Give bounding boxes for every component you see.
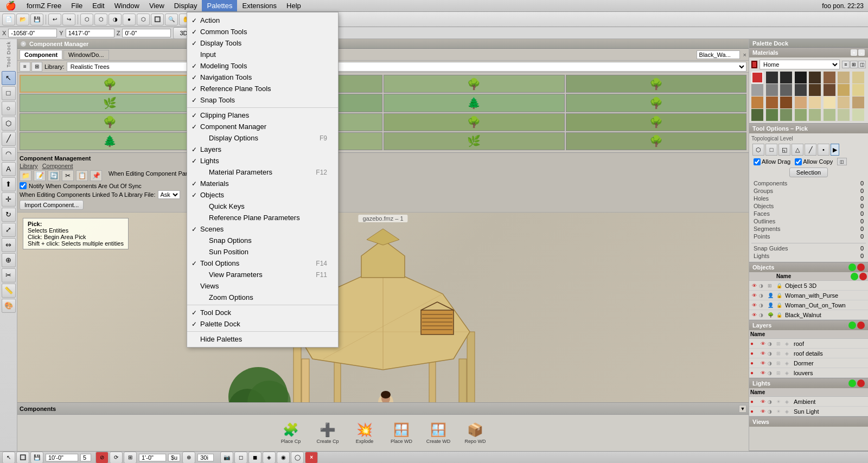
layer2-render[interactable]: ◑ xyxy=(768,351,775,356)
menu-item-navigation-tools[interactable]: ✓ Navigation Tools xyxy=(187,72,338,83)
menu-item-input[interactable]: Input xyxy=(187,49,338,60)
menubar-item-help[interactable]: Help xyxy=(282,0,306,11)
status-3d-btn[interactable]: 🔲 xyxy=(16,452,29,464)
tool-paint[interactable]: 🎨 xyxy=(2,299,16,313)
mat-view2-btn[interactable]: ⊞ xyxy=(850,61,858,68)
layer4-render[interactable]: ◑ xyxy=(768,370,775,376)
tab-windowdoor[interactable]: Window/Do... xyxy=(63,50,108,60)
menu-item-views[interactable]: Views xyxy=(187,280,338,292)
menubar-item-extensions[interactable]: Extensions xyxy=(237,0,282,11)
layer1-lock[interactable]: ⊞ xyxy=(776,341,784,346)
layer4-vis[interactable]: 👁 xyxy=(759,369,767,377)
tool-boolean[interactable]: ⊕ xyxy=(2,253,16,267)
status-r1-btn[interactable]: ◻ xyxy=(234,452,247,464)
layer1-render[interactable]: ◑ xyxy=(768,341,775,346)
light-row-1[interactable]: ● 👁 ◑ ☀ ◈ Ambient xyxy=(749,397,868,407)
menu-item-snap-tools[interactable]: ✓ Snap Tools xyxy=(187,94,338,106)
mat-swatch-27[interactable] xyxy=(780,109,792,121)
tool-circle[interactable]: ○ xyxy=(2,101,16,115)
topo-btn-2[interactable]: □ xyxy=(765,144,777,156)
comp-mgmt-btn6[interactable]: 📌 xyxy=(90,170,102,181)
obj2-vis[interactable]: 👁 xyxy=(750,292,758,299)
mat-swatch-15[interactable] xyxy=(838,84,850,96)
menu-item-clipping[interactable]: ✓ Clipping Planes xyxy=(187,110,338,121)
tree-thumb-1[interactable]: 🌳 xyxy=(20,75,201,93)
tb-persp-btn[interactable]: 🔲 xyxy=(151,14,164,25)
mat-view3-btn[interactable]: ◫ xyxy=(858,61,866,68)
mat-swatch-8[interactable] xyxy=(852,72,864,83)
menubar-item-formz[interactable]: formZ Free xyxy=(22,0,66,11)
menu-item-quick-keys[interactable]: Quick Keys xyxy=(187,201,338,212)
mat-plus-btn[interactable]: + xyxy=(851,49,857,56)
layers-remove-btn[interactable] xyxy=(857,321,865,329)
layer2-active[interactable]: ● xyxy=(750,350,758,356)
tree-thumb-15[interactable]: 🌿 xyxy=(384,132,565,150)
obj2-render[interactable]: ◑ xyxy=(759,293,767,298)
mat-swatch-5[interactable] xyxy=(809,72,821,83)
viewport-3d[interactable]: gazebo.fmz – 1 xyxy=(17,213,749,451)
tool-measure[interactable]: 📏 xyxy=(2,284,16,298)
layer-row-1[interactable]: ● 👁 ◑ ⊞ ◈ roof xyxy=(749,339,868,349)
mat-swatch-2[interactable] xyxy=(766,72,778,83)
tab-component[interactable]: Component xyxy=(20,50,62,59)
tool-rect[interactable]: □ xyxy=(2,86,16,100)
allow-drag-checkbox[interactable] xyxy=(754,158,761,165)
mat-swatch-22[interactable] xyxy=(824,97,835,108)
light-row-2[interactable]: ● 👁 ◑ ☀ ◈ Sun Light xyxy=(749,407,868,416)
topo-btn-6[interactable]: • xyxy=(818,144,829,156)
light1-lock[interactable]: ◈ xyxy=(785,399,793,404)
comp-mgmt-btn4[interactable]: ✂ xyxy=(62,170,74,181)
x-field[interactable] xyxy=(8,29,57,37)
topo-btn-4[interactable]: △ xyxy=(792,144,803,156)
status-refresh-btn[interactable]: ⟳ xyxy=(110,452,123,464)
obj4-lock[interactable]: 🔒 xyxy=(776,312,784,318)
tool-line[interactable]: ╱ xyxy=(2,132,16,146)
layer3-active[interactable]: ● xyxy=(750,360,758,366)
obj3-lock[interactable]: 🔒 xyxy=(776,303,784,308)
object-row-2[interactable]: 👁 ◑ 👤 🔒 Woman_with_Purse xyxy=(749,291,868,300)
comp-mgmt-btn2[interactable]: 📝 xyxy=(34,170,46,181)
place-wd-btn[interactable]: 🪟 Place WD xyxy=(385,417,418,449)
menubar-item-view[interactable]: View xyxy=(144,0,169,11)
comp-collapse-btn[interactable]: ▼ xyxy=(739,405,746,413)
materials-color-preview[interactable] xyxy=(751,61,757,68)
mat-swatch-6[interactable] xyxy=(824,72,835,83)
menu-item-material-params[interactable]: Material Parameters F12 xyxy=(187,166,338,178)
lights-remove-btn[interactable] xyxy=(857,380,865,387)
status-cam-btn[interactable]: 📷 xyxy=(220,452,233,464)
mat-swatch-30[interactable] xyxy=(824,109,835,121)
mat-swatch-31[interactable] xyxy=(838,109,850,121)
menu-item-tool-dock[interactable]: ✓ Tool Dock xyxy=(187,307,338,318)
menu-item-sun-position[interactable]: Sun Position xyxy=(187,246,338,258)
menu-item-zoom-options[interactable]: Zoom Options xyxy=(187,292,338,303)
obj3-render[interactable]: ◑ xyxy=(759,303,767,308)
menu-item-snap-options[interactable]: Snap Options xyxy=(187,235,338,246)
layers-add-btn[interactable] xyxy=(848,321,856,329)
tb-open-btn[interactable]: 📂 xyxy=(16,14,29,25)
mat-swatch-19[interactable] xyxy=(780,97,792,108)
close-icon-comp[interactable]: × xyxy=(743,52,746,58)
layer3-render[interactable]: ◑ xyxy=(768,361,775,366)
mat-swatch-13[interactable] xyxy=(809,84,821,96)
mat-swatch-1[interactable] xyxy=(751,72,763,83)
list-view-btn[interactable]: ≡ xyxy=(20,62,30,72)
tool-poly[interactable]: ⬡ xyxy=(2,117,16,131)
menu-item-ref-plane-params[interactable]: Reference Plane Parameters xyxy=(187,212,338,223)
menu-item-objects[interactable]: ✓ Objects xyxy=(187,189,338,201)
status-save-btn[interactable]: 💾 xyxy=(30,452,43,464)
status-r3-btn[interactable]: ◈ xyxy=(263,452,276,464)
status-snap-btn[interactable]: ⊕ xyxy=(182,452,195,464)
notify-checkbox[interactable] xyxy=(20,182,27,189)
mat-swatch-17[interactable] xyxy=(751,97,763,108)
tree-thumb-12[interactable]: 🌳 xyxy=(566,113,747,131)
obj3-vis[interactable]: 👁 xyxy=(750,301,758,309)
comp-mgmt-btn3[interactable]: 🔄 xyxy=(48,170,60,181)
tool-arc[interactable]: ◠ xyxy=(2,147,16,161)
explode-btn[interactable]: 💥 Explode xyxy=(348,417,381,449)
menu-item-view-params[interactable]: View Parameters F11 xyxy=(187,269,338,280)
layer-row-2[interactable]: ● 👁 ◑ ⊞ ◈ roof details xyxy=(749,349,868,358)
mat-swatch-9[interactable] xyxy=(751,84,763,96)
topo-btn-3[interactable]: ◱ xyxy=(778,144,790,156)
menu-item-tool-options[interactable]: ✓ Tool Options F14 xyxy=(187,258,338,269)
tool-trim[interactable]: ✂ xyxy=(2,268,16,282)
